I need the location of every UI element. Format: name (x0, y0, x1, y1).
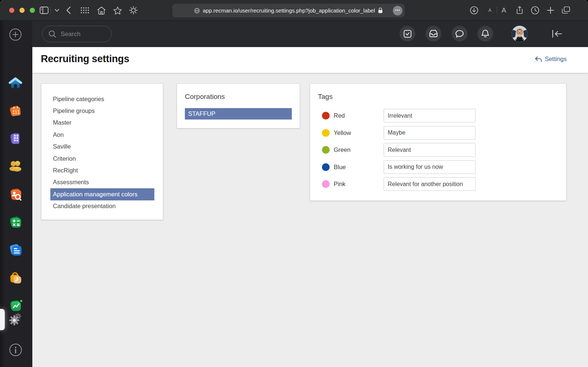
corporation-item-staffup[interactable]: STAFFUP (185, 108, 292, 120)
zoom-window-button[interactable] (30, 8, 35, 13)
add-icon (9, 28, 22, 43)
nav-item-recright[interactable]: RecRight (42, 164, 163, 176)
settings-link-label: Settings (545, 56, 567, 63)
history-icon[interactable] (530, 5, 540, 15)
sidebar-item-add[interactable] (7, 27, 24, 43)
sidebar-toggle-icon[interactable] (39, 5, 49, 15)
tag-label-input-blue[interactable] (384, 160, 476, 174)
more-options-icon[interactable]: ••• (393, 6, 402, 15)
green-color-dot (322, 146, 330, 154)
notifications-button[interactable] (477, 26, 493, 42)
nav-item-pipeline-groups[interactable]: Pipeline groups (42, 105, 163, 117)
tag-label-input-red[interactable] (384, 109, 476, 122)
settings-back-link[interactable]: Settings (535, 56, 567, 63)
app-topbar (32, 21, 588, 47)
sidebar-item-candidates[interactable] (7, 159, 24, 175)
corporations-card: Corporations STAFFUP (177, 83, 300, 128)
content-area: Pipeline categories Pipeline groups Mast… (32, 73, 588, 367)
calendar-icon (8, 103, 23, 120)
browser-window: app.recman.io/user/recruiting.settings.p… (0, 0, 588, 367)
tasks-icon (404, 30, 412, 38)
red-color-dot (322, 112, 330, 120)
inbox-button[interactable] (426, 26, 441, 42)
search-icon (49, 30, 56, 38)
close-window-button[interactable] (9, 8, 14, 13)
settings-nav-card: Pipeline categories Pipeline groups Mast… (41, 83, 163, 220)
inbox-icon (429, 30, 438, 38)
sidebar-item-schedule[interactable] (7, 104, 24, 120)
sidebar-item-settings[interactable] (7, 312, 24, 328)
gear-icon (7, 311, 24, 329)
nav-item-assessments[interactable]: Assessments (42, 177, 163, 188)
tag-color-label: Yellow (334, 129, 384, 136)
document-icon (8, 242, 23, 259)
pink-color-dot (322, 180, 330, 188)
tags-card: Tags Red Yellow Green (310, 83, 566, 201)
building-icon (8, 131, 23, 148)
browser-chrome: app.recman.io/user/recruiting.settings.p… (0, 0, 588, 21)
nav-item-pipeline-categories[interactable]: Pipeline categories (42, 93, 163, 105)
people-icon (8, 158, 23, 175)
site-globe-icon (194, 8, 200, 14)
settings-gear-icon[interactable] (128, 5, 139, 15)
tag-label-input-yellow[interactable] (384, 126, 476, 140)
search-input[interactable] (42, 26, 112, 42)
user-avatar[interactable] (512, 26, 528, 42)
back-icon[interactable] (63, 5, 74, 15)
tag-row-green: Green (322, 143, 566, 157)
tag-color-label: Red (334, 112, 384, 119)
share-icon[interactable] (514, 5, 525, 15)
home-icon (8, 76, 23, 92)
sidebar-item-info[interactable] (7, 342, 24, 359)
text-larger-button[interactable]: A (499, 5, 509, 15)
yellow-color-dot (322, 129, 330, 137)
url-text: app.recman.io/user/recruiting.settings.p… (203, 7, 375, 14)
bag-clock-icon (8, 270, 23, 287)
info-icon (9, 343, 22, 358)
nav-item-application-management-colors[interactable]: Application management colors (50, 188, 154, 200)
search-field[interactable] (61, 31, 108, 38)
tag-row-pink: Pink (322, 177, 566, 191)
sidebar-item-recruitment-search[interactable] (7, 187, 24, 203)
collapse-panel-icon[interactable] (552, 28, 563, 39)
page-title: Recruiting settings (41, 53, 129, 65)
sidebar-item-documents[interactable] (7, 243, 24, 259)
tasks-button[interactable] (399, 26, 415, 42)
tag-color-label: Green (334, 146, 384, 153)
tag-label-input-pink[interactable] (384, 177, 476, 191)
tag-row-blue: Blue (322, 160, 566, 174)
tab-overview-icon[interactable] (561, 5, 571, 15)
nav-item-criterion[interactable]: Criterion (42, 153, 163, 164)
nav-item-master[interactable]: Master (42, 117, 163, 129)
sidebar-item-home[interactable] (7, 76, 24, 92)
tag-row-yellow: Yellow (322, 126, 566, 140)
nav-item-aon[interactable]: Aon (42, 129, 163, 140)
chevron-down-icon[interactable] (52, 5, 62, 15)
nav-item-candidate-presentation[interactable]: Candidate presentation (42, 200, 163, 212)
tag-color-label: Blue (334, 164, 384, 171)
downloads-icon[interactable] (469, 5, 479, 15)
nav-item-saville[interactable]: Saville (42, 141, 163, 153)
calculator-icon (8, 214, 23, 231)
tag-row-red: Red (322, 109, 566, 122)
sidebar-item-payroll[interactable] (7, 215, 24, 231)
minimize-window-button[interactable] (19, 8, 25, 13)
sidebar-item-corporations[interactable] (7, 131, 24, 147)
text-smaller-button[interactable]: A (485, 5, 495, 15)
sidebar-item-time-tracking[interactable] (7, 270, 24, 286)
blue-color-dot (322, 163, 330, 171)
favorites-star-icon[interactable] (112, 5, 123, 15)
app-sidebar (0, 21, 32, 367)
address-bar[interactable]: app.recman.io/user/recruiting.settings.p… (172, 4, 405, 17)
lock-icon (378, 7, 383, 14)
corporations-title: Corporations (185, 93, 291, 101)
home-icon[interactable] (96, 5, 107, 15)
tag-label-input-green[interactable] (384, 143, 476, 157)
new-tab-icon[interactable] (545, 5, 556, 15)
active-item-indicator (0, 309, 5, 330)
chat-button[interactable] (452, 26, 467, 42)
chat-icon (455, 30, 464, 38)
page-header: Recruiting settings Settings (32, 47, 588, 73)
back-arrow-icon (535, 56, 542, 62)
apps-grid-icon[interactable] (80, 5, 90, 15)
